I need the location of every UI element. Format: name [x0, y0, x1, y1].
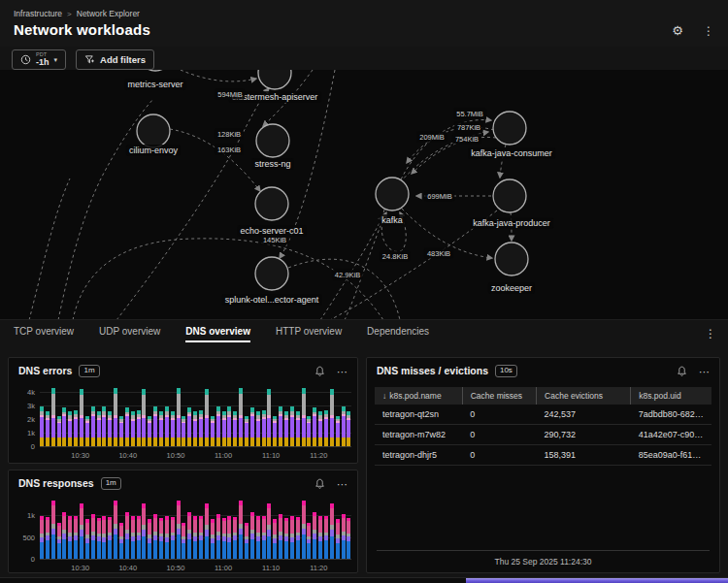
tab-udp-overview[interactable]: UDP overview — [99, 326, 160, 342]
chart-bars — [40, 385, 351, 446]
table-cell: 41a42e07-c903-4d25-a... — [631, 425, 711, 445]
chart-y-axis: 05001k — [17, 498, 38, 560]
table-row[interactable]: tetragon-dhjr50158,39185ea09a0-f618-44e1… — [375, 445, 711, 466]
chart-bars — [40, 498, 351, 559]
filter-funnel-icon — [84, 54, 95, 65]
time-range-value: -1h — [36, 58, 50, 67]
node-label: kafka — [379, 214, 406, 226]
table-cell: 7adbdb80-682d-419c-b... — [631, 405, 711, 425]
table-cell: 0 — [462, 425, 536, 445]
table-header-row: ↓k8s.pod.name Cache misses Cache evictio… — [375, 387, 711, 405]
chart-plot — [40, 385, 351, 447]
interval-badge: 1m — [79, 365, 99, 377]
graph-node-kafka[interactable] — [376, 178, 409, 211]
page-title: Network workloads — [14, 21, 150, 38]
edge-label: 483KiB — [424, 248, 453, 259]
edge-label: 145KiB — [260, 235, 289, 245]
overview-tabs: TCP overview UDP overview DNS overview H… — [0, 321, 728, 346]
tab-dns-overview[interactable]: DNS overview — [185, 326, 250, 342]
tab-http-overview[interactable]: HTTP overview — [276, 326, 342, 342]
table-body: tetragon-qt2sn0242,5377adbdb80-682d-419c… — [375, 405, 711, 466]
graph-node-clustermesh-apiserver[interactable] — [258, 70, 291, 89]
graph-node-cilium-envoy[interactable] — [137, 114, 170, 147]
interval-badge: 10s — [495, 365, 517, 377]
bottom-window-edge — [0, 577, 728, 583]
tabs-kebab-menu-icon[interactable]: ⋮ — [705, 327, 716, 340]
graph-node-stress-ng[interactable] — [256, 124, 289, 157]
node-label: zookeeper — [488, 282, 535, 294]
panel-kebab-menu-icon[interactable]: ⋯ — [699, 369, 710, 375]
table-cell: 0 — [462, 445, 536, 466]
dns-misses-evictions-panel: DNS misses / evictions 10s ⋯ ↓k8s.pod.na… — [366, 357, 720, 573]
table-cell: tetragon-m7w82 — [375, 425, 462, 445]
graph-node-metrics-server[interactable] — [139, 70, 172, 71]
node-label: metrics-server — [124, 79, 185, 90]
breadcrumb-network-explorer[interactable]: Network Explorer — [77, 9, 140, 18]
toolbar: PDT -1h ▾ Add filters — [12, 49, 154, 70]
column-header-pod-uid[interactable]: k8s.pod.uid — [631, 387, 711, 405]
chart-y-axis: 01k2k3k4k — [17, 385, 38, 447]
edge-label: 24.8KiB — [380, 251, 411, 262]
tab-tcp-overview[interactable]: TCP overview — [14, 326, 74, 342]
chart-plot — [40, 498, 351, 560]
node-label: splunk-otel...ector-agent — [222, 294, 322, 306]
header-kebab-menu-icon[interactable]: ⋮ — [703, 24, 714, 38]
edge-label: 754KiB — [452, 134, 481, 145]
table-cell: 0 — [462, 405, 536, 425]
panel-kebab-menu-icon[interactable]: ⋯ — [337, 481, 347, 488]
table-cell: 290,732 — [537, 425, 631, 445]
edge-label: 594MiB — [215, 89, 245, 100]
bell-icon[interactable] — [677, 366, 687, 377]
dns-errors-panel: DNS errors 1m ⋯ 01k2k3k4k 10:3010:4010:5… — [8, 357, 358, 464]
graph-node-echo-server-c01[interactable] — [255, 187, 288, 220]
edge-label: 699MiB — [424, 191, 454, 202]
node-label: cilium-envoy — [126, 145, 181, 156]
edge-label: 42.9KiB — [332, 270, 363, 280]
graph-canvas — [0, 70, 728, 320]
time-picker-button[interactable]: PDT -1h ▾ — [12, 49, 66, 70]
add-filters-button[interactable]: Add filters — [76, 49, 154, 70]
breadcrumb-infrastructure[interactable]: Infrastructure — [14, 9, 62, 18]
table-cell: 85ea09a0-f618-44e1-8... — [631, 445, 711, 466]
column-header-cache-evictions[interactable]: Cache evictions — [537, 387, 631, 405]
chart-x-axis: 10:3010:4010:5011:0011:1011:20 — [40, 564, 351, 575]
tab-dependencies[interactable]: Dependencies — [367, 326, 429, 342]
column-header-cache-misses[interactable]: Cache misses — [462, 387, 536, 405]
table-row[interactable]: tetragon-qt2sn0242,5377adbdb80-682d-419c… — [375, 405, 711, 425]
edge-label: 787KiB — [454, 122, 483, 133]
graph-node-kafka-java-consumer[interactable] — [493, 112, 526, 145]
edge-label: 209MiB — [416, 132, 447, 143]
node-label: stress-ng — [251, 158, 293, 170]
table-cell: tetragon-dhjr5 — [375, 445, 462, 466]
edge-label: 128KiB — [215, 129, 244, 140]
table-cell: 242,537 — [537, 405, 631, 425]
sort-desc-icon: ↓ — [382, 391, 386, 401]
dns-misses-table: ↓k8s.pod.name Cache misses Cache evictio… — [375, 387, 711, 466]
breadcrumb: Infrastructure > Network Explorer — [14, 9, 140, 18]
app-header: Infrastructure > Network Explorer Networ… — [0, 0, 728, 47]
table-cell: 158,391 — [537, 445, 631, 466]
interval-badge: 1m — [101, 477, 121, 490]
panel-kebab-menu-icon[interactable]: ⋯ — [337, 369, 347, 375]
add-filters-label: Add filters — [100, 54, 146, 65]
bell-icon[interactable] — [314, 478, 325, 490]
edge-label: 55.7MiB — [453, 109, 486, 119]
chart-x-axis: 10:3010:4010:5011:0011:1011:20 — [40, 451, 351, 463]
settings-gear-icon[interactable]: ⚙ — [672, 23, 683, 38]
panel-title: DNS responses — [18, 477, 94, 489]
graph-node-kafka-java-producer[interactable] — [493, 179, 526, 212]
node-label: kafka-java-producer — [470, 217, 553, 229]
panel-title: DNS errors — [18, 365, 72, 376]
graph-node-zookeeper[interactable] — [495, 243, 528, 275]
dns-responses-panel: DNS responses 1m ⋯ 05001k 10:3010:4010:5… — [8, 470, 358, 573]
graph-node-splunk-otel-collector-agent[interactable] — [255, 257, 288, 290]
clock-icon — [20, 54, 31, 65]
table-row[interactable]: tetragon-m7w820290,73241a42e07-c903-4d25… — [375, 425, 711, 445]
bell-icon[interactable] — [314, 366, 325, 377]
table-cell: tetragon-qt2sn — [375, 405, 462, 425]
column-header-pod-name[interactable]: ↓k8s.pod.name — [375, 387, 462, 405]
table-footer-timestamp: Thu 25 Sep 2025 11:24:30 — [377, 550, 710, 567]
background-window-edge — [466, 578, 728, 583]
node-label: kafka-java-consumer — [468, 147, 555, 159]
network-topology-graph: metrics-server clustermesh-apiserver cil… — [0, 70, 728, 320]
